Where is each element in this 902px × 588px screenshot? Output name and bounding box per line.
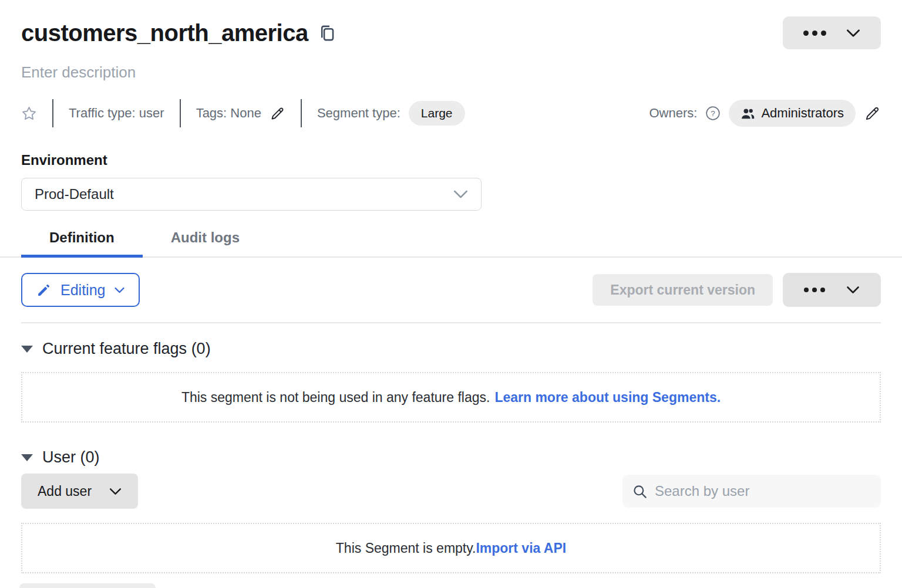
divider <box>52 99 53 127</box>
add-user-label: Add user <box>38 484 92 499</box>
environment-selected-value: Prod-Default <box>35 186 114 202</box>
environment-select[interactable]: Prod-Default <box>21 178 482 211</box>
segment-type-badge: Large <box>409 101 465 126</box>
search-icon <box>632 484 648 499</box>
tags-label: Tags: None <box>196 106 261 121</box>
copy-icon[interactable] <box>319 24 335 42</box>
pencil-icon <box>36 283 51 298</box>
editing-label: Editing <box>60 282 105 299</box>
header: customers_north_america <box>21 0 881 49</box>
learn-more-link[interactable]: Learn more about using Segments. <box>494 390 721 405</box>
feature-flags-empty-text: This segment is not being used in any fe… <box>181 390 490 405</box>
chevron-down-icon <box>453 190 468 199</box>
tags-group: Tags: None <box>196 106 285 121</box>
section-divider <box>21 322 881 323</box>
export-current-version-button[interactable]: Export current version <box>593 274 773 306</box>
feature-flags-section-toggle[interactable]: Current feature flags (0) <box>21 340 211 358</box>
ellipsis-icon <box>804 288 825 292</box>
segment-type-group: Segment type: Large <box>317 101 465 126</box>
chevron-down-icon <box>846 29 860 38</box>
ellipsis-icon <box>803 31 826 36</box>
user-empty-state: This Segment is empty.Import via API <box>21 523 881 573</box>
add-user-button[interactable]: Add user <box>21 474 138 509</box>
search-by-user-box <box>622 475 881 508</box>
divider <box>301 99 302 127</box>
edit-owners-pencil-icon[interactable] <box>864 105 881 122</box>
owners-value: Administrators <box>761 106 844 121</box>
help-circle-icon[interactable]: ? <box>705 106 721 121</box>
segment-detail-page: customers_north_america Enter descriptio… <box>0 0 902 588</box>
caret-down-icon <box>21 454 33 461</box>
user-empty-text: This Segment is empty. <box>336 540 476 556</box>
user-section-title: User (0) <box>42 448 100 467</box>
header-more-button[interactable] <box>783 16 881 49</box>
caret-down-icon <box>21 346 33 353</box>
tab-audit-logs[interactable]: Audit logs <box>143 227 268 256</box>
page-title: customers_north_america <box>21 20 308 46</box>
owners-group: Owners: ? Administrators <box>649 100 881 127</box>
partial-button-bottom[interactable] <box>19 583 156 588</box>
feature-flags-empty-state: This segment is not being used in any fe… <box>21 372 881 423</box>
owners-label: Owners: <box>649 106 697 121</box>
chevron-down-icon <box>846 286 860 294</box>
tab-definition[interactable]: Definition <box>21 227 143 258</box>
environment-label: Environment <box>21 152 881 168</box>
meta-bar: Traffic type: user Tags: None Segment ty… <box>21 99 881 127</box>
user-toolbar: Add user <box>21 474 881 509</box>
divider <box>180 99 181 127</box>
star-icon[interactable] <box>21 106 37 121</box>
user-section-toggle[interactable]: User (0) <box>21 448 100 467</box>
people-icon <box>741 107 755 120</box>
definition-more-button[interactable] <box>783 273 881 307</box>
editing-mode-button[interactable]: Editing <box>21 273 140 307</box>
owners-badge[interactable]: Administrators <box>729 100 856 127</box>
edit-tags-pencil-icon[interactable] <box>270 106 285 121</box>
tab-bar: Definition Audit logs <box>0 227 902 258</box>
feature-flags-section-title: Current feature flags (0) <box>42 340 211 358</box>
chevron-down-icon <box>109 488 122 495</box>
import-via-api-link[interactable]: Import via API <box>476 540 566 556</box>
svg-text:?: ? <box>711 109 716 118</box>
search-by-user-input[interactable] <box>654 482 871 500</box>
segment-type-label: Segment type: <box>317 106 400 121</box>
traffic-type-label: Traffic type: user <box>69 106 164 121</box>
chevron-down-icon <box>115 287 124 293</box>
description-input[interactable]: Enter description <box>21 63 881 82</box>
definition-toolbar: Editing Export current version <box>21 273 881 307</box>
